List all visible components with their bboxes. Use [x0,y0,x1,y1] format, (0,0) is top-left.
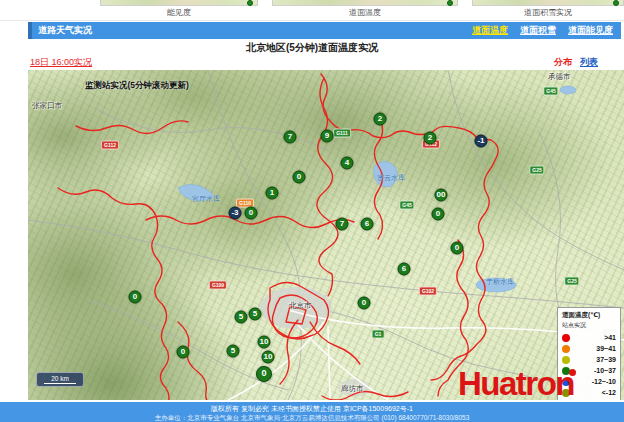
station-marker[interactable]: 0 [256,366,272,382]
lake-label: 官厅水库 [192,194,220,204]
thumbnail-3[interactable]: 道面积雪实况 [472,0,624,17]
page: 能见度道面温度道面积雪实况 道路天气实况 道面温度道面积雪道面能见度 北京地区(… [0,0,624,422]
station-marker[interactable]: 0 [358,297,371,310]
thumbnail-caption: 道面温度 [272,8,458,17]
footer: 版权所有 复制必究 未经书面授权禁止使用 京ICP备15009692号-1 主办… [0,402,624,422]
legend-row: 39~41 [562,343,616,354]
station-marker[interactable]: 5 [249,308,262,321]
legend-range-label: -12~-10 [592,378,616,385]
city-label: 北京市 [289,301,312,311]
road-sign: G111 [333,129,351,138]
station-marker[interactable]: 0 [451,242,464,255]
time-link[interactable]: 18日 16:00实况 [30,56,92,69]
station-marker[interactable]: 5 [235,311,248,324]
view-distribution-link[interactable]: 分布 [554,56,572,69]
legend-range-label: -10~37 [594,367,616,374]
legend-range-label: 37~39 [596,356,616,363]
station-marker[interactable]: 7 [284,131,297,144]
road-sign: G109 [209,281,227,290]
station-dot-icon [613,0,619,6]
thumbnail-1[interactable]: 能见度 [100,0,258,17]
date-row: 18日 16:00实况 分布 列表 [0,56,624,69]
station-dot-icon [247,0,253,6]
footer-copyright: 版权所有 复制必究 未经书面授权禁止使用 京ICP备15009692号-1 [0,404,624,413]
city-label: 承德市 [548,72,571,82]
legend-color-dot-icon [562,345,570,353]
station-dot-icon [447,0,453,6]
map-scale-bar: 20 km [36,372,84,387]
city-label: 张家口市 [32,101,62,111]
station-marker[interactable]: -3 [229,207,242,220]
header-link-道面积雪[interactable]: 道面积雪 [520,24,556,37]
legend-row: >41 [562,332,616,343]
section-title: 道路天气实况 [32,24,92,37]
road-sign: G45 [399,201,414,210]
lake-label: 于桥水库 [486,277,514,287]
header-link-道面温度[interactable]: 道面温度 [472,24,508,37]
thumbnail-map-sliver [100,0,258,6]
station-marker[interactable]: 0 [293,171,306,184]
station-marker[interactable]: 4 [341,157,354,170]
station-marker[interactable]: 6 [398,263,411,276]
thumbnail-caption: 能见度 [100,8,258,17]
map-overlay-title: 监测站实况(5分钟滚动更新) [85,80,189,92]
station-marker[interactable]: 2 [424,132,437,145]
section-links: 道面温度道面积雪道面能见度 [472,24,621,37]
legend-subtitle: 站点实况 [562,321,616,330]
road-sign: G102 [419,287,437,296]
station-marker[interactable]: 6 [361,218,374,231]
map-vector-layer [28,70,624,400]
legend-color-dot-icon [562,334,570,342]
huatron-logo: Huatron [458,367,574,401]
footer-organizer: 主办单位：北京市专业气象台 北京市气象局·北京万云易博达信息技术有限公司 (01… [0,414,624,422]
section-header: 道路天气实况 道面温度道面积雪道面能见度 [28,22,621,39]
thumbnail-strip: 能见度道面温度道面积雪实况 [0,0,624,21]
station-marker[interactable]: 0 [177,346,190,359]
thumbnail-2[interactable]: 道面温度 [272,0,458,17]
legend-title: 道面温度(℃) [562,311,616,320]
station-marker[interactable]: 7 [336,218,349,231]
thumbnail-map-sliver [472,0,624,6]
station-marker[interactable]: 10 [258,336,271,349]
legend-range-label: <-12 [602,389,616,396]
legend-range-label: >41 [604,334,616,341]
station-marker[interactable]: 0 [432,208,445,221]
station-marker[interactable]: 0 [129,291,142,304]
lake-label: 密云水库 [377,173,405,183]
huatron-logo-text: Huatron [458,365,574,402]
thumbnail-caption: 道面积雪实况 [472,8,624,17]
station-marker[interactable]: 2 [374,113,387,126]
map-scale-label: 20 km [51,375,69,382]
page-title: 北京地区(5分钟)道面温度实况 [0,41,624,55]
legend-color-dot-icon [562,356,570,364]
station-marker[interactable]: -1 [475,135,488,148]
view-list-link[interactable]: 列表 [580,56,598,69]
road-sign: G1 [372,330,385,339]
station-marker[interactable]: 1 [266,187,279,200]
map[interactable]: 监测站实况(5分钟滚动更新) 张家口市承德市北京市廊坊市官厅水库密云水库于桥水库… [28,70,624,400]
station-marker[interactable]: 00 [435,189,448,202]
road-sign: G25 [564,277,579,286]
city-label: 廊坊市 [341,384,364,394]
map-scale-tick [44,382,76,384]
registered-mark-icon [569,369,576,376]
station-marker[interactable]: 9 [321,130,334,143]
road-sign: G25 [529,166,544,175]
thumbnail-map-sliver [272,0,458,6]
station-marker[interactable]: 10 [262,351,275,364]
legend-row: 37~39 [562,354,616,365]
road-sign: G112 [101,141,119,150]
road-sign: G45 [543,87,558,96]
station-marker[interactable]: 5 [227,345,240,358]
header-link-道面能见度[interactable]: 道面能见度 [568,24,613,37]
legend-range-label: 39~41 [596,345,616,352]
station-marker[interactable]: 0 [245,207,258,220]
